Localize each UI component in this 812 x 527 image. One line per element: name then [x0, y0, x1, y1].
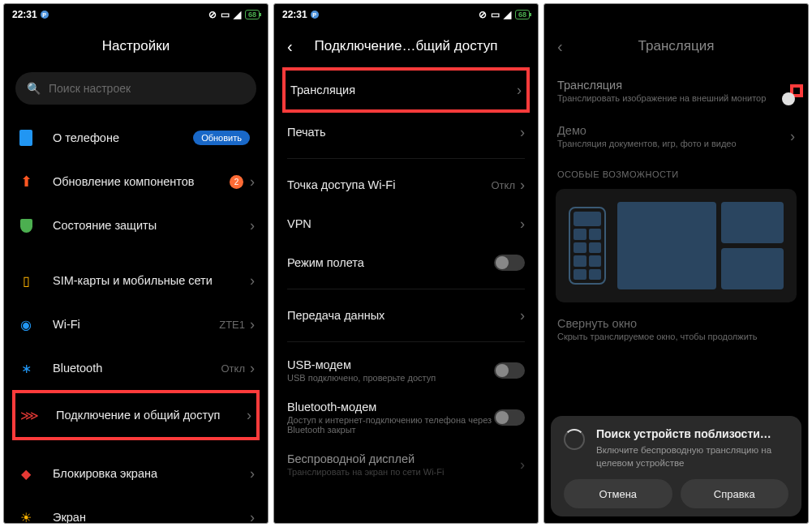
row-label: Трансляция: [290, 84, 517, 96]
row-label: Точка доступа Wi-Fi: [287, 178, 492, 191]
row-label: Состояние защиты: [53, 219, 250, 232]
row-lockscreen[interactable]: ◆ Блокировка экрана ›: [4, 452, 268, 495]
row-bluetooth[interactable]: ∗ Bluetooth Откл ›: [4, 346, 268, 390]
row-label: Bluetooth: [53, 362, 221, 375]
search-input[interactable]: 🔍 Поиск настроек: [15, 72, 256, 105]
usb-tether-toggle[interactable]: [494, 362, 525, 379]
status-right: ⊘ ▭ ◢ 68: [208, 9, 260, 20]
cast-status-icon: ▭: [221, 9, 230, 20]
status-bar: 22:31 P ⊘ ▭ ◢ 68: [4, 4, 268, 25]
signal-icon: ◢: [504, 9, 511, 20]
row-label: О телефоне: [53, 131, 193, 144]
chevron-right-icon: ›: [247, 407, 251, 424]
row-airplane-mode[interactable]: Режим полета: [274, 243, 538, 282]
highlight-cast: Трансляция ›: [282, 67, 530, 113]
row-label: Подключение и общий доступ: [56, 409, 247, 422]
cast-illustration: [556, 189, 797, 302]
chevron-right-icon: ›: [517, 82, 522, 99]
page-title: ‹ Трансляция: [544, 25, 808, 67]
battery-icon: 68: [515, 10, 530, 19]
row-subtext: Транслировать на экран по сети Wi-Fi: [287, 467, 520, 477]
help-button[interactable]: Справка: [681, 479, 789, 508]
status-left: 22:31 P: [12, 9, 49, 20]
row-subtext: USB подключено, проверьте доступ: [287, 373, 494, 383]
share-icon: ⋙: [20, 406, 38, 424]
row-cast[interactable]: Трансляция ›: [286, 71, 526, 109]
row-display[interactable]: ☀ Экран ›: [4, 495, 268, 523]
row-label: Режим полета: [287, 256, 494, 269]
back-button[interactable]: ‹: [557, 37, 563, 56]
row-subtext: Скрыть транслируемое окно, чтобы продолж…: [557, 332, 795, 341]
update-badge[interactable]: Обновить: [193, 131, 250, 145]
illustration-phone-icon: [569, 207, 606, 285]
row-label: Свернуть окно: [557, 317, 795, 330]
bt-tether-toggle[interactable]: [494, 409, 525, 426]
dialog-subtext: Включите беспроводную трансляцию на целе…: [596, 443, 788, 469]
chevron-right-icon: ›: [250, 174, 255, 191]
title-text: Подключение…бщий доступ: [315, 38, 498, 54]
row-hotspot[interactable]: Точка доступа Wi-Fi Откл ›: [274, 165, 538, 204]
cancel-button[interactable]: Отмена: [564, 479, 672, 508]
wifi-icon: ◉: [17, 315, 35, 333]
signal-icon: ◢: [234, 9, 241, 20]
upload-icon: ⬆: [17, 173, 35, 191]
status-time: 22:31: [12, 9, 37, 20]
row-usb-tether[interactable]: USB-модем USB подключено, проверьте дост…: [274, 349, 538, 392]
row-label: Wi-Fi: [53, 318, 219, 331]
cast-status-icon: ▭: [491, 9, 500, 20]
chevron-right-icon: ›: [250, 217, 255, 234]
row-vpn[interactable]: VPN ›: [274, 204, 538, 243]
notification-icon: P: [311, 11, 319, 19]
back-button[interactable]: ‹: [287, 37, 293, 56]
shield-icon: [17, 216, 35, 234]
row-label: SIM-карты и мобильные сети: [53, 274, 250, 287]
update-count-badge: 2: [230, 175, 243, 189]
row-value: Откл: [221, 362, 246, 375]
chevron-right-icon: ›: [250, 465, 255, 482]
status-bar: 22:31 P ⊘ ▭ ◢ 68: [274, 4, 538, 25]
battery-icon: 68: [245, 10, 260, 19]
row-label: VPN: [287, 217, 520, 230]
row-demo[interactable]: Демо Трансляция документов, игр, фото и …: [544, 114, 808, 158]
row-cast-toggle: Трансляция Транслировать изображение на …: [544, 67, 808, 114]
row-label: Беспроводной дисплей: [287, 452, 520, 465]
screen-cast: ‹ Трансляция Трансляция Транслировать из…: [543, 3, 809, 524]
status-left: 22:31 P: [282, 9, 319, 20]
dnd-icon: ⊘: [479, 9, 487, 20]
row-sim-networks[interactable]: ▯ SIM-карты и мобильные сети ›: [4, 259, 268, 302]
searching-dialog: Поиск устройств поблизости… Включите бес…: [551, 416, 801, 516]
row-label: Bluetooth-модем: [287, 401, 494, 413]
row-subtext: Трансляция документов, игр, фото и видео: [557, 139, 790, 148]
row-component-updates[interactable]: ⬆ Обновление компонентов 2 ›: [4, 160, 268, 204]
chevron-right-icon: ›: [520, 307, 525, 324]
row-data-transfer[interactable]: Передача данных ›: [274, 296, 538, 335]
row-wifi[interactable]: ◉ Wi-Fi ZTE1 ›: [4, 302, 268, 346]
title-text: Трансляция: [638, 38, 715, 54]
spinner-icon: [564, 429, 585, 450]
row-minimize-window[interactable]: Свернуть окно Скрыть транслируемое окно,…: [544, 307, 808, 351]
search-placeholder: Поиск настроек: [49, 82, 131, 95]
row-security-status[interactable]: Состояние защиты ›: [4, 204, 268, 247]
row-about-phone[interactable]: О телефоне Обновить: [4, 116, 268, 160]
row-label: Демо: [557, 124, 790, 137]
chevron-right-icon: ›: [250, 360, 255, 377]
screen-settings: 22:31 P ⊘ ▭ ◢ 68 Настройки 🔍 Поиск настр…: [3, 3, 269, 524]
row-wireless-display[interactable]: Беспроводной дисплей Транслировать на эк…: [274, 443, 538, 486]
status-bar: [544, 4, 808, 25]
chevron-right-icon: ›: [250, 509, 255, 524]
row-print[interactable]: Печать ›: [274, 113, 538, 152]
row-label: Печать: [287, 126, 520, 139]
sim-icon: ▯: [17, 272, 35, 289]
lock-icon: ◆: [17, 465, 35, 482]
screen-connection-sharing: 22:31 P ⊘ ▭ ◢ 68 ‹ Подключение…бщий дост…: [273, 3, 539, 524]
row-bt-tether[interactable]: Bluetooth-модем Доступ к интернет-подклю…: [274, 392, 538, 443]
settings-list: О телефоне Обновить ⬆ Обновление компоне…: [4, 116, 268, 523]
row-connection-sharing[interactable]: ⋙ Подключение и общий доступ ›: [15, 393, 256, 437]
status-time: 22:31: [282, 9, 307, 20]
row-value: Откл: [492, 179, 516, 191]
search-icon: 🔍: [27, 82, 41, 95]
row-subtext: Транслировать изображение на внешний мон…: [557, 93, 790, 103]
brightness-icon: ☀: [17, 508, 35, 523]
page-title: ‹ Подключение…бщий доступ: [274, 25, 538, 67]
airplane-toggle[interactable]: [494, 255, 525, 271]
